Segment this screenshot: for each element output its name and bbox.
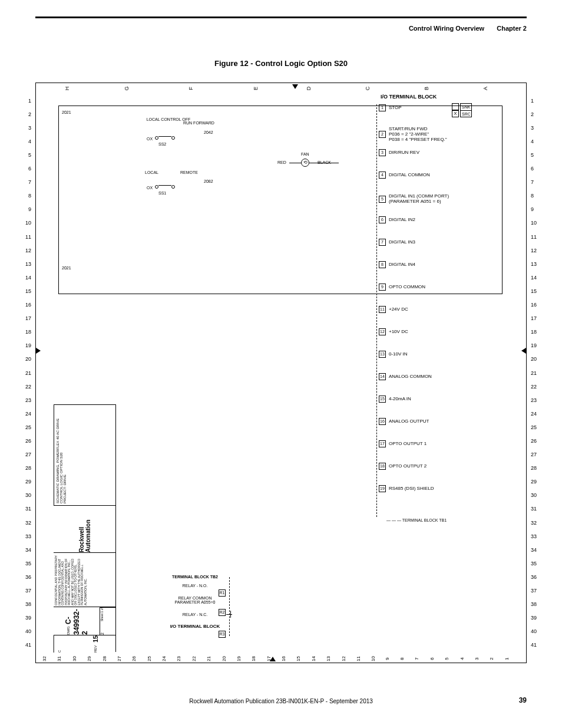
row-number: 38 — [23, 601, 31, 607]
row-number: 20 — [23, 356, 31, 362]
col-letter: G — [124, 86, 130, 90]
col-number: 6 — [429, 657, 434, 660]
switch-terminal-icon — [171, 185, 175, 189]
diagram-inner: 2021 2021 LOCAL CONTROL OFF RUN FORWARD … — [54, 94, 508, 652]
relay-tap — [226, 614, 232, 615]
terminal-row: 17OPTO OUTPUT 1 — [379, 440, 427, 447]
terminal-number: 2 — [379, 131, 386, 138]
row-number: 30 — [23, 492, 31, 498]
remote-label: REMOTE — [180, 170, 198, 174]
relay-nc-label: RELAY - N.C. — [139, 612, 251, 617]
chapter-label: Chapter 2 — [497, 25, 527, 32]
col-number: 17 — [266, 656, 272, 661]
terminal-row: 12+10V DC — [379, 328, 408, 335]
terminal-label: START/RUN FWD P036 = 2 "2-WIRE" P038 = 4… — [389, 127, 447, 142]
row-number: 29 — [531, 479, 539, 485]
row-number: 35 — [23, 561, 31, 566]
switch-wire — [158, 185, 171, 186]
row-number: 33 — [23, 533, 31, 539]
switch-ss1-label: SS1 — [158, 191, 166, 195]
switch-ox-label: OX — [147, 137, 153, 141]
col-letter: D — [306, 87, 312, 91]
row-number: 14 — [23, 275, 31, 281]
row-number: 28 — [531, 465, 539, 471]
terminal-row: 7DIGITAL IN3 — [379, 239, 415, 246]
col-number: 2 — [489, 657, 494, 660]
red-label: RED — [277, 160, 286, 164]
row-number: 33 — [531, 533, 539, 539]
col-number: 32 — [42, 656, 47, 661]
col-number: 13 — [326, 656, 331, 661]
row-number: 12 — [23, 248, 31, 253]
terminal-row: 5DIGITAL IN1 (COMM PORT) (PARAMETER A051… — [379, 194, 449, 205]
src-checkbox: X — [452, 110, 459, 117]
terminal-number: 17 — [379, 440, 386, 447]
sheet-label: Sheet 1 of — [100, 608, 104, 621]
terminal-row: 9OPTO COMMON — [379, 284, 425, 291]
terminal-row: 19RS485 (DSI) SHIELD — [379, 485, 434, 492]
row-number: 3 — [23, 125, 31, 131]
rev-number: 15 — [91, 635, 98, 643]
row-number: 19 — [531, 342, 539, 348]
size-label: C — [58, 650, 61, 653]
col-number: 1 — [504, 657, 509, 660]
row-number: 10 — [531, 220, 539, 226]
row-number: 2 — [23, 111, 31, 117]
col-number: 18 — [251, 656, 256, 661]
row-number: 32 — [531, 520, 539, 526]
row-number: 8 — [531, 193, 539, 199]
row-number: 34 — [531, 547, 539, 553]
tb2-title: TERMINAL BLOCK TB2 — [139, 575, 251, 579]
local-label: LOCAL — [145, 170, 158, 174]
row-number: 5 — [23, 152, 31, 158]
col-letter: H — [64, 87, 70, 91]
row-number: 41 — [531, 642, 539, 648]
snk-checkbox — [452, 103, 459, 110]
relay-r3: R3 — [219, 627, 226, 638]
terminal-number: 19 — [379, 485, 386, 492]
schematic-desc-3: PROJECT: DRIVE — [63, 407, 67, 503]
switch-ox-label: OX — [147, 186, 153, 190]
row-number: 36 — [23, 574, 31, 580]
wire-number: 2042 — [204, 130, 213, 134]
row-number: 1 — [531, 98, 539, 104]
row-number: 27 — [23, 452, 31, 457]
terminal-label: 0-10V IN — [389, 352, 408, 357]
terminal-number: 7 — [379, 239, 386, 246]
col-number: 27 — [117, 656, 122, 661]
col-number: 3 — [474, 657, 480, 660]
terminal-label: DIGITAL IN1 (COMM PORT) (PARAMETER A051 … — [389, 194, 449, 205]
row-number: 39 — [23, 615, 31, 621]
col-number: 22 — [191, 656, 197, 661]
terminal-row: 16ANALOG OUTPUT — [379, 418, 429, 425]
diagram-frame: H G F E D C B A // placeholder handled b… — [35, 83, 527, 663]
row-number: 41 — [23, 642, 31, 648]
col-letter: C — [365, 87, 371, 91]
col-number: 21 — [206, 656, 211, 661]
snk-label: SNK — [461, 104, 471, 111]
col-number: 19 — [236, 656, 242, 661]
row-number: 28 — [23, 465, 31, 471]
col-number: 16 — [281, 656, 286, 661]
terminal-label: DIGITAL IN3 — [389, 240, 415, 245]
section-title: Control Wiring Overview — [409, 25, 484, 32]
page-header: Control Wiring Overview Chapter 2 — [409, 25, 527, 32]
row-number: 26 — [23, 438, 31, 444]
row-number: 11 — [531, 234, 539, 240]
col-letter: B — [424, 87, 429, 90]
col-number: 20 — [221, 656, 226, 661]
relay-r1: R1 — [219, 586, 226, 597]
wire-ref: 2021 — [62, 266, 71, 270]
terminal-label: STOP — [389, 106, 402, 111]
switch-terminal-icon — [171, 136, 175, 140]
row-number: 15 — [531, 288, 539, 294]
row-number: 4 — [23, 139, 31, 144]
row-number: 23 — [23, 397, 31, 403]
row-number: 16 — [531, 302, 539, 308]
relay-bus-line — [229, 577, 230, 636]
row-number: 40 — [531, 628, 539, 634]
row-number: 6 — [531, 166, 539, 172]
terminal-label: OPTO OUTPUT 2 — [389, 464, 427, 469]
legal-text: CONFIDENTIAL AND PROPRIETARY INFORMATION… — [55, 554, 87, 605]
terminal-number: 13 — [379, 351, 386, 358]
